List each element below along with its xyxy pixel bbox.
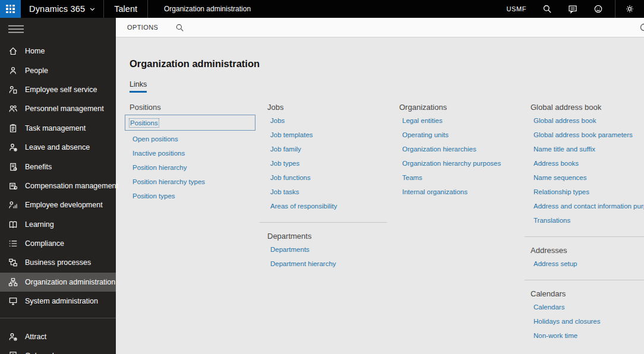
link-job-types[interactable]: Job types (270, 160, 299, 167)
topbar-divider (615, 0, 615, 18)
link-legal-entities[interactable]: Legal entities (402, 117, 443, 124)
link-global-address-book-parameters[interactable]: Global address book parameters (533, 131, 633, 138)
app-name-menu[interactable]: Dynamics 365 (29, 4, 96, 14)
links-column-4: Global address bookGlobal address bookGl… (531, 103, 644, 346)
sidebar-item-home[interactable]: Home (0, 42, 116, 61)
company-picker[interactable]: USMF (506, 5, 526, 12)
waffle-icon (6, 5, 14, 13)
tab-links[interactable]: Links (130, 80, 147, 93)
link-department-hierarchy[interactable]: Department hierarchy (270, 260, 336, 267)
link-translations[interactable]: Translations (533, 217, 570, 224)
link-inactive-positions[interactable]: Inactive positions (132, 150, 185, 157)
smiley-icon (594, 4, 603, 14)
module-name[interactable]: Talent (104, 4, 147, 14)
links-column-2: JobsJobsJob templatesJob familyJob types… (267, 103, 399, 274)
clipboard-icon (8, 124, 18, 133)
sidebar-item-employee-development[interactable]: Employee development (0, 195, 116, 214)
link-jobs[interactable]: Jobs (270, 117, 285, 124)
link-positions-focused[interactable]: Positions (125, 115, 255, 131)
link-job-functions[interactable]: Job functions (270, 174, 311, 181)
link-job-tasks[interactable]: Job tasks (270, 188, 299, 195)
home-icon (8, 46, 18, 56)
sidebar-item-label: Organization administration (25, 278, 115, 286)
sidebar-divider (0, 318, 116, 318)
sidebar-item-label: Task management (25, 124, 86, 132)
link-relationship-types[interactable]: Relationship types (533, 188, 589, 195)
sidebar-item-compliance[interactable]: Compliance (0, 234, 116, 253)
section-header-calendars: Calendars (531, 289, 644, 298)
sidebar-item-leave-and-absence[interactable]: Leave and absence (0, 138, 116, 157)
link-position-hierarchy-types[interactable]: Position hierarchy types (132, 178, 205, 185)
sidebar-item-label: Home (25, 47, 45, 55)
search-button[interactable] (542, 4, 552, 14)
sidebar-item-attract[interactable]: Attract (0, 327, 116, 346)
link-areas-of-responsibility[interactable]: Areas of responsibility (270, 203, 337, 210)
link-calendars[interactable]: Calendars (533, 304, 564, 311)
sidebar-item-people[interactable]: People (0, 61, 116, 80)
link-address-books[interactable]: Address books (533, 160, 579, 167)
sidebar-item-label: Leave and absence (25, 143, 90, 151)
sidebar-item-label: Employee development (25, 201, 103, 209)
navigation-sidebar: HomePeopleEmployee self servicePersonnel… (0, 18, 116, 354)
top-app-bar: Dynamics 365 Talent Organization adminis… (0, 0, 644, 18)
sidebar-item-benefits[interactable]: Benefits (0, 157, 116, 176)
link-organization-hierarchy-purposes[interactable]: Organization hierarchy purposes (402, 160, 501, 167)
compensation-icon (8, 181, 18, 191)
link-name-sequences[interactable]: Name sequences (533, 174, 587, 181)
link-operating-units[interactable]: Operating units (402, 131, 449, 138)
sidebar-item-label: People (25, 67, 48, 75)
sidebar-item-label: Compliance (25, 239, 64, 248)
link-holidays-and-closures[interactable]: Holidays and closures (533, 318, 601, 325)
sidebar-item-personnel-management[interactable]: Personnel management (0, 99, 116, 118)
breadcrumb: Organization administration (164, 5, 251, 13)
sidebar-item-onboard[interactable]: Onboard (0, 346, 116, 354)
link-address-and-contact-information-purpose[interactable]: Address and contact information purpose (533, 203, 644, 210)
sidebar-item-system-administration[interactable]: System administration (0, 292, 116, 311)
link-address-setup[interactable]: Address setup (533, 260, 577, 267)
sidebar-item-label: Onboard (25, 352, 54, 354)
sidebar-item-learning[interactable]: Learning (0, 215, 116, 234)
options-menu[interactable]: OPTIONS (127, 24, 158, 31)
attract-icon (8, 332, 18, 342)
link-non-work-time[interactable]: Non-work time (533, 332, 577, 339)
link-internal-organizations[interactable]: Internal organizations (402, 188, 468, 195)
link-open-positions[interactable]: Open positions (132, 135, 178, 143)
section-header-organizations: Organizations (399, 103, 531, 112)
section-header-departments: Departments (267, 232, 399, 241)
link-name-title-and-suffix[interactable]: Name title and suffix (533, 146, 595, 153)
link-position-hierarchy[interactable]: Position hierarchy (132, 164, 187, 171)
person-doc-icon (8, 85, 18, 94)
sidebar-item-task-management[interactable]: Task management (0, 119, 116, 138)
sidebar-item-compensation-management[interactable]: Compensation management (0, 176, 116, 195)
refresh-button[interactable] (639, 23, 644, 32)
sidebar-item-label: System administration (25, 297, 98, 305)
link-job-templates[interactable]: Job templates (270, 131, 313, 138)
compliance-icon (8, 239, 18, 248)
hamburger-button[interactable] (8, 24, 24, 34)
org-chart-icon (8, 277, 18, 287)
section-header-positions: Positions (130, 103, 267, 112)
sidebar-item-employee-self-service[interactable]: Employee self service (0, 80, 116, 99)
link-departments[interactable]: Departments (270, 246, 310, 253)
feedback-button[interactable] (568, 4, 577, 14)
link-job-family[interactable]: Job family (270, 146, 301, 153)
sidebar-item-organization-administration[interactable]: Organization administration (0, 273, 116, 292)
section-divider (260, 222, 387, 223)
sidebar-item-business-processes[interactable]: Business processes (0, 253, 116, 272)
sidebar-item-label: Learning (25, 220, 54, 229)
link-teams[interactable]: Teams (402, 174, 422, 181)
link-organization-hierarchies[interactable]: Organization hierarchies (402, 146, 476, 153)
help-smiley-button[interactable] (594, 4, 603, 14)
toolbar-search-button[interactable] (175, 23, 184, 32)
feedback-icon (568, 4, 577, 14)
sidebar-item-label: Attract (25, 333, 46, 341)
link-global-address-book[interactable]: Global address book (533, 117, 596, 124)
link-position-types[interactable]: Position types (132, 192, 175, 200)
sidebar-item-label: Business processes (25, 258, 91, 267)
settings-button[interactable] (625, 4, 634, 14)
sidebar-item-label: Employee self service (25, 86, 97, 94)
links-columns: PositionsPositionsOpen positionsInactive… (116, 103, 644, 346)
refresh-icon (639, 23, 644, 32)
tab-strip: Links (130, 78, 644, 93)
app-launcher-button[interactable] (0, 0, 21, 18)
